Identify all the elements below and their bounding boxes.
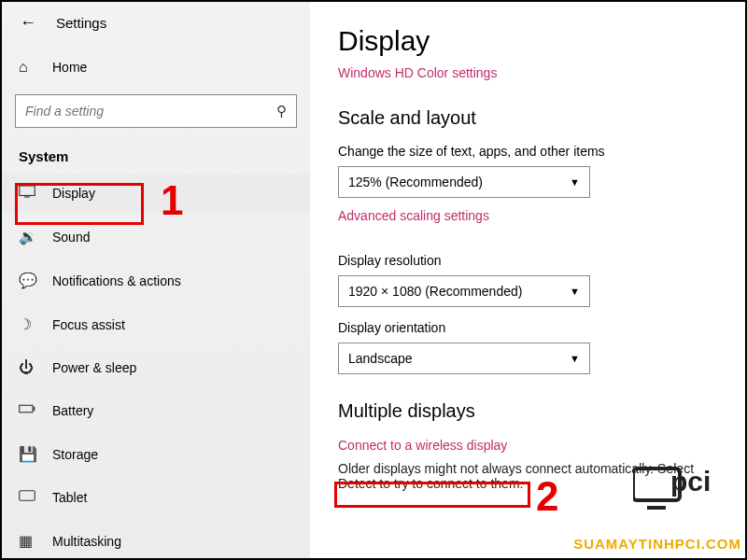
orientation-value: Landscape — [348, 351, 413, 366]
nav-tablet-label: Tablet — [52, 490, 87, 505]
chevron-down-icon: ▼ — [570, 353, 580, 364]
svg-rect-3 — [34, 407, 35, 412]
orientation-dropdown[interactable]: Landscape ▼ — [338, 343, 590, 374]
svg-text:pci: pci — [670, 466, 711, 497]
nav-storage-label: Storage — [52, 447, 98, 462]
chevron-down-icon: ▼ — [570, 176, 580, 188]
watermark: SUAMAYTINHPCI.COM — [573, 536, 741, 553]
section-title: System — [2, 139, 310, 174]
search-icon: ⚲ — [276, 103, 287, 119]
notifications-icon: 💬 — [19, 272, 39, 289]
display-icon — [19, 185, 39, 202]
sound-icon: 🔉 — [19, 228, 39, 245]
search-box[interactable]: ⚲ — [15, 94, 297, 128]
nav-display-label: Display — [52, 186, 95, 201]
multitasking-icon: ▦ — [19, 532, 39, 550]
power-icon: ⏻ — [19, 359, 39, 376]
focus-icon: ☽ — [19, 315, 39, 333]
scale-size-value: 125% (Recommended) — [348, 175, 483, 189]
nav-battery[interactable]: Battery — [2, 391, 310, 430]
nav-notifications[interactable]: 💬 Notifications & actions — [2, 260, 310, 301]
nav-sound-label: Sound — [52, 230, 90, 245]
page-title: Display — [338, 25, 719, 57]
nav-multitasking[interactable]: ▦ Multitasking — [2, 521, 310, 560]
chevron-down-icon: ▼ — [570, 286, 580, 297]
nav-multitasking-label: Multitasking — [52, 534, 121, 549]
resolution-dropdown[interactable]: 1920 × 1080 (Recommended) ▼ — [338, 275, 590, 307]
home-nav[interactable]: ⌂ Home — [2, 48, 310, 87]
header-title: Settings — [56, 15, 106, 31]
nav-tablet[interactable]: Tablet — [2, 478, 310, 517]
connect-wireless-link[interactable]: Connect to a wireless display — [338, 438, 507, 453]
nav-focus-label: Focus assist — [52, 317, 125, 332]
hd-color-link[interactable]: Windows HD Color settings — [338, 65, 497, 80]
nav-display[interactable]: Display — [2, 174, 310, 213]
storage-icon: 💾 — [19, 445, 39, 463]
nav-storage[interactable]: 💾 Storage — [2, 434, 310, 474]
nav-sound[interactable]: 🔉 Sound — [2, 217, 310, 257]
home-label: Home — [52, 60, 87, 75]
settings-header: ← Settings — [2, 13, 310, 48]
nav-battery-label: Battery — [52, 403, 93, 418]
resolution-label: Display resolution — [338, 253, 719, 268]
svg-rect-2 — [20, 405, 33, 413]
nav-notifications-label: Notifications & actions — [52, 273, 181, 288]
advanced-scaling-link[interactable]: Advanced scaling settings — [338, 208, 489, 223]
svg-rect-0 — [20, 186, 35, 196]
watermark-logo: pci — [633, 461, 717, 521]
tablet-icon — [19, 489, 39, 506]
search-input[interactable] — [25, 104, 276, 119]
nav-focus[interactable]: ☽ Focus assist — [2, 304, 310, 344]
scale-size-dropdown[interactable]: 125% (Recommended) ▼ — [338, 166, 590, 198]
scale-size-label: Change the size of text, apps, and other… — [338, 144, 719, 159]
watermark-text: SUAMAYTINHPCI.COM — [573, 536, 741, 552]
home-icon: ⌂ — [19, 59, 39, 76]
back-icon[interactable]: ← — [19, 13, 37, 33]
nav-power[interactable]: ⏻ Power & sleep — [2, 348, 310, 387]
orientation-label: Display orientation — [338, 320, 719, 335]
nav-power-label: Power & sleep — [52, 360, 136, 375]
battery-icon — [19, 402, 39, 419]
resolution-value: 1920 × 1080 (Recommended) — [348, 284, 522, 299]
multi-heading: Multiple displays — [338, 400, 719, 422]
scale-heading: Scale and layout — [338, 107, 719, 129]
svg-rect-4 — [20, 491, 35, 501]
sidebar: ← Settings ⌂ Home ⚲ System Display 🔉 Sou… — [2, 2, 310, 558]
